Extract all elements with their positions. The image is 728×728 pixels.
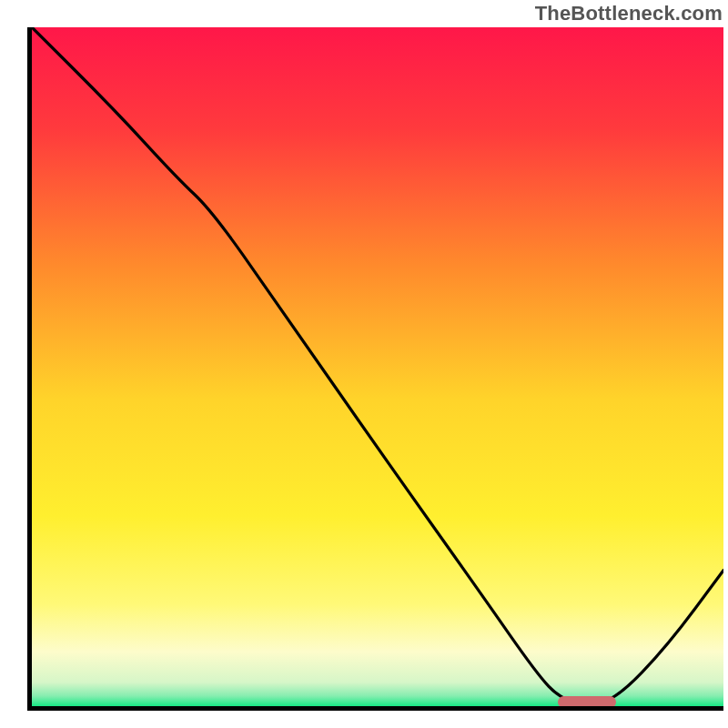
plot-area (27, 27, 723, 711)
optimal-range-marker (558, 696, 617, 708)
bottleneck-curve (32, 27, 723, 706)
watermark-text: TheBottleneck.com (535, 2, 723, 25)
chart-container: TheBottleneck.com (0, 0, 728, 728)
